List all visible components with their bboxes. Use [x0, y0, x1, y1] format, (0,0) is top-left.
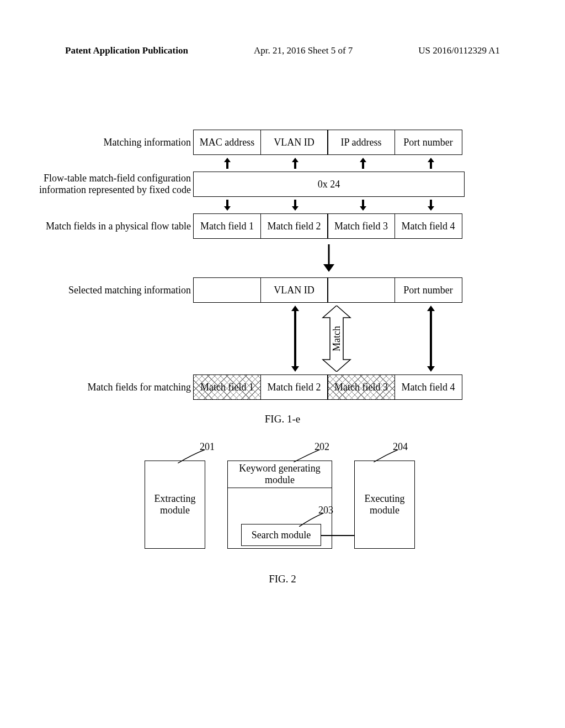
selected-info-row: Selected matching information VLAN ID Po… — [0, 277, 565, 303]
fig1e-caption: FIG. 1-e — [0, 413, 565, 425]
arrow-up-icon — [224, 158, 231, 169]
extracting-module-box: Extracting module — [145, 461, 205, 549]
arrow-up-icon — [292, 158, 299, 169]
config-value-cell: 0x 24 — [193, 172, 465, 197]
pf-cell-2: Match field 2 — [260, 213, 328, 239]
publication-label: Patent Application Publication — [65, 45, 188, 56]
for-matching-row: Match fields for matching Match field 1 … — [0, 374, 565, 400]
arrow-up-icon — [360, 158, 366, 169]
mi-cell-2: VLAN ID — [260, 130, 328, 155]
matching-info-row: Matching information MAC address VLAN ID… — [0, 130, 565, 155]
arrow-row-1 — [193, 155, 565, 172]
big-arrow-block — [193, 239, 465, 277]
match-gap: Match — [0, 303, 565, 374]
sel-cell-4: Port number — [395, 277, 462, 303]
sel-cell-3 — [327, 277, 395, 303]
fm-cell-4: Match field 4 — [395, 374, 462, 400]
arrow-down-icon — [428, 200, 434, 211]
physical-fields-row: Match fields in a physical flow table Ma… — [0, 213, 565, 239]
pf-cell-4: Match field 4 — [395, 213, 462, 239]
for-matching-label: Match fields for matching — [0, 382, 193, 393]
executing-module-box: Executing module — [354, 461, 415, 549]
arrow-down-icon — [360, 200, 366, 211]
mi-cell-1: MAC address — [193, 130, 261, 155]
pf-cell-3: Match field 3 — [327, 213, 395, 239]
fm-cell-1: Match field 1 — [193, 374, 261, 400]
pub-number: US 2016/0112329 A1 — [418, 45, 500, 56]
config-info-row: Flow-table match-field configuration inf… — [0, 172, 565, 197]
page-header: Patent Application Publication Apr. 21, … — [0, 0, 565, 56]
mi-cell-4: Port number — [395, 130, 462, 155]
sel-cell-2: VLAN ID — [260, 277, 328, 303]
arrow-row-2 — [193, 197, 565, 213]
big-arrow-down-icon — [323, 244, 334, 272]
arrow-down-icon — [224, 200, 231, 211]
matching-info-label: Matching information — [0, 137, 193, 148]
date-sheet: Apr. 21, 2016 Sheet 5 of 7 — [254, 45, 353, 56]
fig2-caption: FIG. 2 — [0, 573, 565, 585]
callout-line-icon — [178, 449, 205, 463]
arrow-down-icon — [292, 200, 299, 211]
figure-1e: Matching information MAC address VLAN ID… — [0, 130, 565, 598]
match-label: Match — [331, 326, 343, 351]
arrow-updown-icon — [291, 306, 299, 372]
callout-line-icon — [299, 513, 324, 527]
keyword-module-box: Keyword generating module — [227, 461, 332, 488]
callout-line-icon — [294, 449, 320, 462]
fm-cell-2: Match field 2 — [260, 374, 328, 400]
fm-cell-3: Match field 3 — [327, 374, 395, 400]
selected-info-label: Selected matching information — [0, 285, 193, 296]
connector-line — [321, 535, 354, 536]
callout-line-icon — [374, 449, 398, 462]
pf-cell-1: Match field 1 — [193, 213, 261, 239]
figure-2: Extracting module Keyword generating mod… — [145, 438, 420, 560]
mi-cell-3: IP address — [327, 130, 395, 155]
search-module-box: Search module — [241, 524, 321, 546]
config-info-label: Flow-table match-field configuration inf… — [0, 173, 193, 195]
arrow-up-icon — [428, 158, 434, 169]
physical-fields-label: Match fields in a physical flow table — [0, 221, 193, 232]
sel-cell-1 — [193, 277, 261, 303]
arrow-updown-icon — [427, 306, 435, 372]
